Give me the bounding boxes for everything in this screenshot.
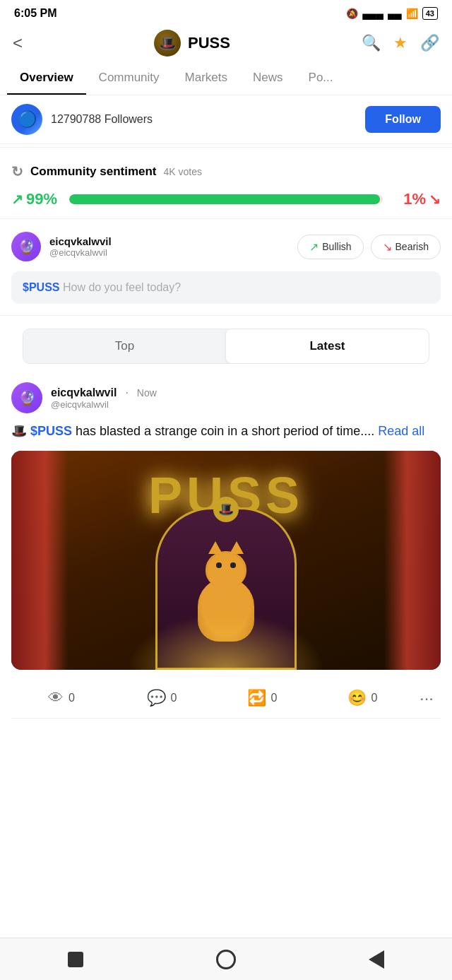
puss-logo: 🎩 <box>154 30 181 57</box>
status-bar: 6:05 PM 🔕 ▄▄▄ ▄▄ 📶 43 <box>0 0 452 24</box>
favorite-icon[interactable]: ★ <box>393 34 408 52</box>
tab-nav: Overview Community Markets News Po... <box>0 62 452 95</box>
post-author-avatar: 🔮 <box>11 382 42 413</box>
reaction-icon: 😊 <box>347 689 367 707</box>
ticker-tag: $PUSS <box>23 281 59 293</box>
comment-input-box[interactable]: $PUSS How do you feel today? <box>11 271 441 304</box>
retweet-icon: 🔁 <box>247 689 266 707</box>
divider-1 <box>0 147 452 148</box>
comments-count: 0 <box>171 692 177 704</box>
post-body: 🎩 $PUSS has blasted a strange coin in a … <box>11 422 441 441</box>
post-header: 🔮 eicqvkalwvil · Now @eicqvkalwvil <box>11 382 441 413</box>
bearish-percentage: 1% ↘ <box>390 190 441 208</box>
tab-community[interactable]: Community <box>86 62 172 95</box>
post-emoji: 🎩 <box>11 424 30 438</box>
retweets-action[interactable]: 🔁 0 <box>212 689 312 707</box>
bearish-icon: ↘ <box>383 240 392 254</box>
sentiment-icon: ↻ <box>11 163 23 180</box>
cat-eye-left <box>216 562 222 568</box>
latest-toggle-button[interactable]: Latest <box>226 329 429 363</box>
toggle-container: Top Latest <box>0 319 452 371</box>
signal2-icon: ▄▄ <box>388 8 402 19</box>
wifi-icon: 📶 <box>406 8 418 19</box>
top-toggle-button[interactable]: Top <box>23 329 226 363</box>
bullish-icon: ↗ <box>309 240 319 254</box>
bullish-arrow-icon: ↗ <box>11 191 23 208</box>
username: eicqvkalwvil <box>49 235 112 247</box>
sentiment-section: ↻ Community sentiment 4K votes ↗ 99% 1% … <box>0 150 452 216</box>
sentiment-bar-track <box>69 194 383 204</box>
divider-3 <box>0 315 452 316</box>
sentiment-bar-row: ↗ 99% 1% ↘ <box>11 190 441 208</box>
sentiment-label: Community sentiment <box>30 165 157 179</box>
post-ticker[interactable]: $PUSS <box>30 424 72 438</box>
comment-placeholder: How do you feel today? <box>63 281 181 293</box>
nav-back-button[interactable] <box>361 944 392 975</box>
post-author-name: eicqvkalwvil <box>51 386 117 399</box>
followers-left: 🔵 12790788 Followers <box>11 104 153 135</box>
home-icon <box>216 950 236 969</box>
tab-overview[interactable]: Overview <box>7 62 86 95</box>
views-count: 0 <box>69 692 75 704</box>
followers-count: 12790788 Followers <box>51 113 153 126</box>
sentiment-bar-fill <box>69 194 380 204</box>
toggle-row: Top Latest <box>23 329 429 364</box>
post-author-info: eicqvkalwvil · Now @eicqvkalwvil <box>51 386 157 410</box>
throne-glow <box>127 613 325 670</box>
post-section: 🔮 eicqvkalwvil · Now @eicqvkalwvil 🎩 $PU… <box>0 371 452 719</box>
read-all-link[interactable]: Read all <box>378 424 424 438</box>
tab-news[interactable]: News <box>240 62 296 95</box>
search-icon[interactable]: 🔍 <box>362 34 381 52</box>
retweets-count: 0 <box>271 692 278 704</box>
post-text: has blasted a strange coin in a short pe… <box>72 424 374 438</box>
tab-portfolio[interactable]: Po... <box>296 62 346 95</box>
coin-name: PUSS <box>188 34 230 52</box>
header-title: 🎩 PUSS <box>154 30 230 57</box>
curtain-left <box>11 451 68 670</box>
bullish-percentage: ↗ 99% <box>11 190 62 208</box>
bottom-nav <box>0 938 452 980</box>
reactions-count: 0 <box>371 692 378 704</box>
curtain-right <box>384 451 441 670</box>
back-icon <box>369 950 384 969</box>
reactions-action[interactable]: 😊 0 <box>312 689 412 707</box>
throne-area: 🎩 <box>113 493 339 670</box>
comments-action[interactable]: 💬 0 <box>112 689 212 707</box>
comment-input-row: 🔮 eicqvkalwvil @eicqvkalwvil ↗ Bullish ↘… <box>0 222 452 271</box>
nav-stop-button[interactable] <box>60 944 91 975</box>
cat-ear-left <box>208 541 222 554</box>
bearish-button[interactable]: ↘ Bearish <box>371 235 441 259</box>
user-handle: @eicqvkalwvil <box>49 247 112 258</box>
comments-icon: 💬 <box>147 689 166 707</box>
post-actions: 👁 0 💬 0 🔁 0 😊 0 ··· <box>11 681 441 719</box>
cat-eye-right <box>230 562 236 568</box>
post-separator: · <box>125 386 128 399</box>
views-icon: 👁 <box>48 689 64 707</box>
tab-markets[interactable]: Markets <box>172 62 240 95</box>
post-author-handle: @eicqvkalwvil <box>51 399 157 410</box>
sentiment-title: ↻ Community sentiment 4K votes <box>11 163 441 180</box>
signal-icon: ▄▄▄ <box>362 8 383 19</box>
more-options-button[interactable]: ··· <box>412 688 441 708</box>
bottom-spacer <box>0 719 452 775</box>
votes-count: 4K votes <box>164 166 202 177</box>
cat-head <box>206 551 246 588</box>
status-time: 6:05 PM <box>14 7 56 20</box>
followers-row: 🔵 12790788 Followers Follow <box>0 95 452 144</box>
battery-indicator: 43 <box>422 7 438 20</box>
user-avatar: 🔮 <box>11 232 41 261</box>
throne-ornament: 🎩 <box>213 497 239 522</box>
user-info: eicqvkalwvil @eicqvkalwvil <box>49 235 112 258</box>
cat-eyes <box>216 562 236 568</box>
post-timestamp: Now <box>137 387 157 399</box>
back-button[interactable]: < <box>13 33 23 53</box>
post-image: PUSS 🎩 <box>11 451 441 670</box>
share-icon[interactable]: 🔗 <box>420 34 439 52</box>
follow-button[interactable]: Follow <box>365 106 441 133</box>
divider-2 <box>0 218 452 219</box>
bullish-button[interactable]: ↗ Bullish <box>297 235 363 259</box>
header: < 🎩 PUSS 🔍 ★ 🔗 <box>0 24 452 62</box>
sentiment-buttons: ↗ Bullish ↘ Bearish <box>297 235 441 259</box>
header-actions: 🔍 ★ 🔗 <box>362 34 439 52</box>
nav-home-button[interactable] <box>210 944 242 975</box>
